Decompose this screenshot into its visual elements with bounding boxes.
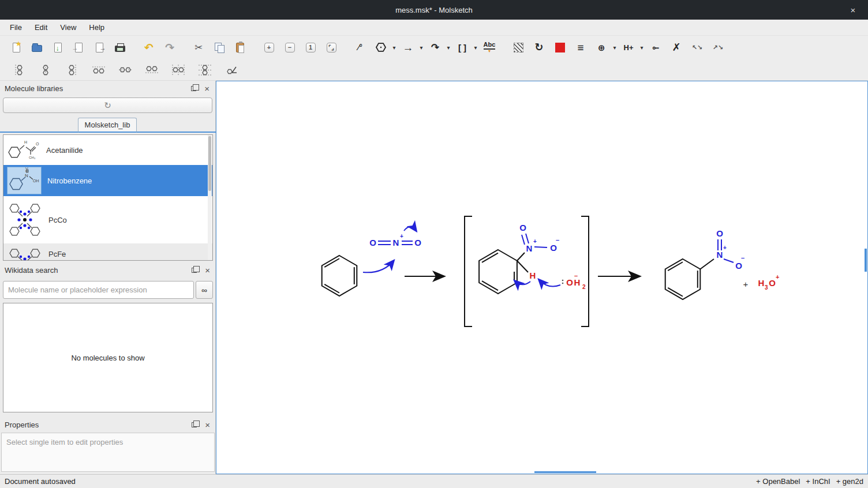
- search-button[interactable]: ∞: [196, 281, 213, 299]
- window-close-icon[interactable]: ×: [845, 0, 861, 20]
- save-document-button[interactable]: ↓: [49, 39, 66, 56]
- menu-view[interactable]: View: [54, 21, 83, 34]
- svg-text:O: O: [519, 223, 526, 232]
- color-picker-button[interactable]: [551, 39, 568, 56]
- delete-tool-button[interactable]: ✗: [668, 39, 685, 56]
- mechanism-arrow-deprotonation[interactable]: [539, 280, 560, 287]
- reaction-arrow-tool-button[interactable]: →: [399, 39, 417, 56]
- distribute-horizontal-button[interactable]: [170, 61, 187, 78]
- refresh-icon: ↻: [104, 100, 111, 111]
- close-panel-icon[interactable]: ×: [204, 421, 211, 429]
- float-panel-icon[interactable]: [192, 268, 197, 273]
- hydrogen-tool-button[interactable]: H+: [620, 39, 637, 56]
- hydronium-ion[interactable]: H 3 O +: [758, 273, 780, 291]
- zoom-out-button[interactable]: −: [281, 39, 298, 56]
- open-document-button[interactable]: [28, 39, 46, 56]
- tab-molsketch-lib[interactable]: Molsketch_lib: [78, 118, 137, 133]
- close-panel-icon[interactable]: ×: [204, 266, 211, 275]
- mechanism-arrow-tool-button[interactable]: ↷: [426, 39, 444, 56]
- ring-tool-dropdown[interactable]: ▾: [391, 44, 398, 51]
- ring-tool-button[interactable]: [372, 39, 390, 56]
- save-document-icon: ↓: [54, 43, 62, 52]
- zoom-in-button[interactable]: +: [260, 39, 278, 56]
- menu-file[interactable]: File: [3, 21, 28, 34]
- import-document-button[interactable]: →: [70, 39, 87, 56]
- mechanism-arrow-tool-dropdown[interactable]: ▾: [445, 44, 452, 51]
- toolbar-separator: [500, 39, 508, 56]
- cut-button[interactable]: ✂: [190, 39, 207, 56]
- svg-text:O: O: [369, 238, 376, 247]
- distribute-horizontal-icon: [171, 64, 185, 76]
- redo-button[interactable]: ↷: [161, 39, 178, 56]
- mechanism-arrow-no-bond[interactable]: [404, 227, 416, 231]
- align-bottom-button[interactable]: [143, 61, 160, 78]
- align-right-button[interactable]: [63, 61, 81, 78]
- zoom-fit-button[interactable]: ⌜⌟: [323, 39, 340, 56]
- align-top-button[interactable]: [90, 61, 107, 78]
- molecule-search-input[interactable]: [3, 281, 194, 299]
- svg-text:O: O: [25, 169, 29, 173]
- float-panel-icon[interactable]: [191, 86, 196, 91]
- library-item-label: Nitrobenzene: [47, 177, 92, 185]
- align-left-button[interactable]: [10, 61, 28, 78]
- text-tool-button[interactable]: Abc▾: [481, 39, 498, 56]
- detach-tool-icon: ⊸: [652, 43, 660, 52]
- draw-bond-tool-button[interactable]: ∕°: [351, 39, 369, 56]
- undo-button[interactable]: ↶: [140, 39, 158, 56]
- drawing-canvas[interactable]: O N + O: [216, 81, 868, 474]
- angle-tool-button[interactable]: [223, 61, 240, 78]
- hydrogen-tool-dropdown[interactable]: ▾: [638, 44, 645, 51]
- zoom-original-button[interactable]: 1: [302, 39, 319, 56]
- bracket-tool-dropdown[interactable]: ▾: [472, 44, 479, 51]
- rotate-tool-button[interactable]: ↻: [530, 39, 548, 56]
- distribute-vertical-button[interactable]: [196, 61, 214, 78]
- benzene-molecule[interactable]: [322, 256, 357, 296]
- export-document-button[interactable]: →: [91, 39, 108, 56]
- copy-button[interactable]: [211, 39, 228, 56]
- svg-text:2: 2: [582, 284, 586, 290]
- menu-help[interactable]: Help: [83, 21, 111, 34]
- menu-edit[interactable]: Edit: [28, 21, 54, 34]
- nitrobenzene-product[interactable]: N + O O –: [665, 228, 744, 299]
- color-picker-icon: [555, 43, 565, 52]
- library-item-pcco[interactable]: PcCo: [3, 196, 212, 243]
- canvas-vscrollbar-handle[interactable]: [865, 249, 867, 272]
- library-item-label: Acetanilide: [46, 146, 83, 155]
- svg-text:O: O: [550, 243, 557, 253]
- charge-tool-dropdown[interactable]: ▾: [611, 44, 618, 51]
- selection-tool-button[interactable]: [510, 39, 527, 56]
- library-item-pcfe[interactable]: PcFe: [3, 243, 212, 261]
- svg-text:N: N: [25, 173, 28, 178]
- canvas-hscrollbar-handle[interactable]: [534, 471, 596, 473]
- reaction-scheme: O N + O: [216, 81, 868, 475]
- mechanism-arrow-pi-attack[interactable]: [363, 261, 394, 272]
- refresh-libraries-button[interactable]: ↻: [3, 97, 212, 113]
- library-item-nitrobenzene[interactable]: NOOOHNitrobenzene: [3, 165, 212, 196]
- mechanism-arrow-tool-icon: ↷: [431, 43, 439, 52]
- align-left-icon: [12, 64, 26, 76]
- line-width-tool-button[interactable]: ≡: [572, 39, 589, 56]
- nitronium-ion[interactable]: O N + O: [369, 233, 421, 247]
- print-document-button[interactable]: [111, 39, 129, 56]
- reaction-arrow-tool-dropdown[interactable]: ▾: [418, 44, 425, 51]
- arenium-intermediate[interactable]: N + O O – H: [479, 223, 559, 294]
- detach-tool-button[interactable]: ⊸: [647, 39, 664, 56]
- library-scrollbar[interactable]: [208, 135, 212, 260]
- svg-text:3: 3: [765, 284, 768, 291]
- wedge-bond-tool-button[interactable]: ↖↘: [689, 39, 706, 56]
- align-middle-button[interactable]: [117, 61, 134, 78]
- hydroxide-water[interactable]: O H – 2: [562, 272, 586, 290]
- hydrogen-tool-icon: H+: [624, 44, 634, 51]
- close-panel-icon[interactable]: ×: [203, 84, 211, 93]
- bracket-tool-button[interactable]: [ ]: [454, 39, 471, 56]
- float-panel-icon[interactable]: [192, 422, 197, 427]
- new-document-button[interactable]: ★: [8, 39, 25, 56]
- align-vertical-center-button[interactable]: [37, 61, 54, 78]
- library-item-acetanilide[interactable]: HOCH₃Acetanilide: [3, 135, 212, 165]
- charge-tool-button[interactable]: ⊕: [593, 39, 610, 56]
- paste-button[interactable]: [231, 39, 249, 56]
- wikidata-search-title: Wikidata search: [5, 266, 192, 275]
- library-scrollbar-handle[interactable]: [208, 136, 211, 191]
- svg-text:O: O: [716, 228, 723, 238]
- hash-bond-tool-button[interactable]: ↗↘: [709, 39, 727, 56]
